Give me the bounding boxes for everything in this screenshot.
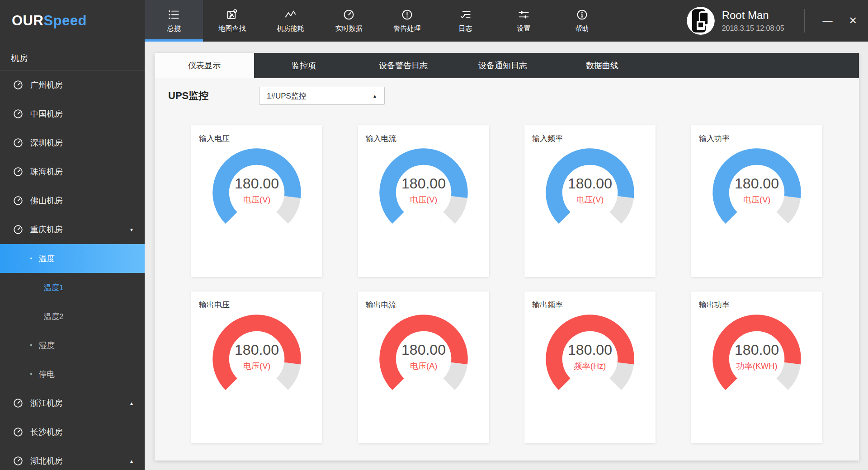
ups-monitor-label: UPS监控 [168, 89, 259, 103]
gauge-dial: 180.00电压(V) [376, 145, 472, 229]
bullet-icon: · [29, 254, 33, 261]
nav-item-label: 帮助 [576, 24, 589, 33]
user-datetime: 2018.3.15 12:08:05 [722, 24, 784, 33]
gauge-wrap: 180.00频率(Hz) [524, 311, 656, 395]
gauge-icon [13, 427, 24, 437]
gauge-value: 180.00 [235, 342, 279, 358]
help-icon [576, 9, 588, 21]
caret-up-icon: ▲ [129, 459, 134, 464]
logs-icon [459, 9, 472, 21]
gauge-wrap: 180.00电压(V) [191, 145, 322, 229]
gauge-icon [13, 456, 24, 466]
caret-down-icon: ▼ [129, 227, 134, 232]
nav-item-settings[interactable]: 设置 [495, 0, 553, 42]
alert-icon [401, 9, 413, 21]
gauge-wrap: 180.00电压(V) [191, 311, 322, 395]
top-nav: 总揽地图查找机房能耗实时数据警告处理日志设置帮助 [145, 0, 611, 42]
tab-bar: 仪表显示监控项设备警告日志设备通知日志数据曲线 [155, 53, 859, 78]
gauge-dial: 180.00电压(V) [709, 145, 805, 229]
user-meta: Root Man 2018.3.15 12:08:05 [722, 9, 784, 33]
select-caret-icon: ▲ [373, 94, 377, 99]
sidebar-item-hubei[interactable]: 湖北机房▲ [0, 446, 145, 470]
gauge-value: 180.00 [401, 342, 446, 358]
sidebar-item-zhejiang[interactable]: 浙江机房▲ [0, 389, 145, 418]
gauge-card: 输出功率180.00功率(KWH) [691, 291, 822, 443]
tab-device-alert-log[interactable]: 设备警告日志 [354, 53, 453, 78]
gauge-unit: 频率(Hz) [574, 362, 606, 371]
gauge-wrap: 180.00电压(A) [358, 311, 489, 395]
caret-up-icon: ▲ [129, 401, 134, 406]
sidebar-item-chongqing[interactable]: 重庆机房▼ [0, 215, 145, 244]
avatar[interactable] [687, 7, 715, 35]
nav-item-help[interactable]: 帮助 [553, 0, 611, 42]
sidebar-item-humidity[interactable]: ·湿度 [0, 331, 145, 360]
gauge-card: 输出电压180.00电压(V) [191, 291, 322, 443]
gauge-value: 180.00 [235, 175, 279, 192]
gauge-card-title: 输入频率 [524, 125, 656, 144]
sidebar-item-temperature[interactable]: ·温度 [0, 244, 145, 273]
gauge-unit: 电压(V) [410, 195, 437, 204]
sidebar-item-zhuhai[interactable]: 珠海机房 [0, 157, 145, 186]
window-minimize-button[interactable]: — [823, 16, 833, 26]
content-panel: 仪表显示监控项设备警告日志设备通知日志数据曲线 UPS监控 1#UPS监控 ▲ … [155, 53, 859, 461]
sidebar-item-temperature-1[interactable]: 温度1 [0, 273, 145, 302]
nav-item-logs[interactable]: 日志 [436, 0, 495, 42]
sidebar-item-label: 温度2 [44, 311, 63, 322]
sidebar-item-label: 深圳机房 [30, 137, 63, 148]
sidebar-item-shenzhen[interactable]: 深圳机房 [0, 128, 145, 157]
tab-device-notice-log[interactable]: 设备通知日志 [453, 53, 552, 78]
gauge-card: 输入功率180.00电压(V) [691, 125, 822, 277]
nav-item-realtime-data[interactable]: 实时数据 [320, 0, 378, 42]
gauge-wrap: 180.00电压(V) [691, 145, 822, 229]
gauge-card: 输出频率180.00频率(Hz) [524, 291, 656, 443]
main-content: 仪表显示监控项设备警告日志设备通知日志数据曲线 UPS监控 1#UPS监控 ▲ … [145, 42, 868, 470]
sidebar-item-foshan[interactable]: 佛山机房 [0, 186, 145, 215]
gauge-card: 输入电流180.00电压(V) [358, 125, 489, 277]
sidebar-item-zhongguo[interactable]: 中国机房 [0, 99, 145, 128]
nav-item-label: 日志 [459, 24, 472, 33]
sidebar-item-temperature-2[interactable]: 温度2 [0, 302, 145, 331]
sidebar-item-label: 佛山机房 [30, 195, 63, 206]
gauge-icon [13, 137, 24, 148]
bullet-icon: · [29, 370, 33, 376]
gauge-icon [343, 9, 355, 21]
sidebar-item-guangzhou[interactable]: 广州机房 [0, 70, 145, 99]
nav-item-map-search[interactable]: 地图查找 [203, 0, 261, 42]
sidebar-item-label: 温度 [38, 253, 55, 264]
settings-icon [518, 9, 530, 21]
gauge-value: 180.00 [735, 175, 779, 192]
gauge-wrap: 180.00功率(KWH) [691, 311, 822, 395]
gauge-value: 180.00 [568, 175, 612, 192]
sidebar-item-changsha[interactable]: 长沙机房 [0, 418, 145, 446]
nav-item-label: 设置 [517, 24, 531, 33]
ups-select[interactable]: 1#UPS监控 ▲ [259, 87, 385, 105]
nav-item-label: 地图查找 [219, 24, 246, 33]
tab-meter-display[interactable]: 仪表显示 [155, 53, 254, 78]
energy-icon [284, 9, 297, 21]
controls-row: UPS监控 1#UPS监控 ▲ [168, 87, 859, 105]
app-logo: OURSpeed [0, 0, 145, 42]
gauge-value: 180.00 [735, 342, 779, 358]
tab-monitor-items[interactable]: 监控项 [254, 53, 354, 78]
gauge-icon [13, 224, 24, 235]
sidebar-item-label: 湿度 [38, 340, 55, 351]
window-close-button[interactable]: ✕ [849, 16, 857, 26]
tab-data-curve[interactable]: 数据曲线 [552, 53, 652, 78]
user-name: Root Man [722, 9, 784, 22]
gauge-icon [13, 195, 24, 206]
gauge-icon [13, 80, 24, 90]
gauge-dial: 180.00电压(V) [209, 311, 305, 395]
sidebar-item-label: 湖北机房 [30, 456, 63, 466]
logo-text-our: OUR [12, 13, 43, 29]
nav-item-overview[interactable]: 总揽 [145, 0, 203, 42]
sidebar-item-label: 中国机房 [30, 108, 63, 119]
gauge-card: 输入电压180.00电压(V) [191, 125, 322, 277]
window-controls-divider [804, 9, 805, 33]
nav-item-alert-handling[interactable]: 警告处理 [378, 0, 436, 42]
sidebar-item-label: 重庆机房 [30, 224, 63, 235]
sidebar-item-power-outage[interactable]: ·停电 [0, 360, 145, 389]
logo-text-speed: Speed [43, 13, 87, 29]
nav-item-label: 实时数据 [335, 24, 363, 33]
nav-item-room-energy[interactable]: 机房能耗 [261, 0, 320, 42]
sidebar-item-label: 停电 [38, 369, 55, 380]
